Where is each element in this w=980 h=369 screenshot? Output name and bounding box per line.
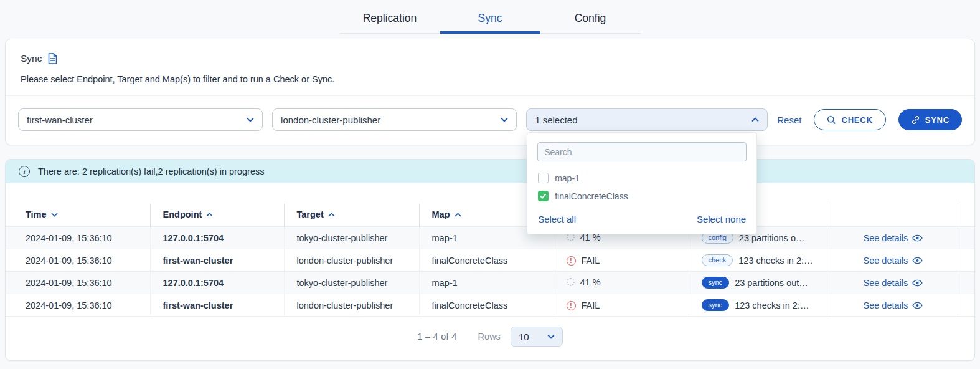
status-text: FAIL [582, 256, 600, 266]
sync-filter-card: Sync Please select Endpoint, Target and … [5, 39, 975, 145]
cell-event: check123 checks in 2:… [689, 249, 827, 272]
sort-asc-icon [328, 213, 335, 217]
cell-map: finalConcreteClass [419, 249, 554, 272]
pagination-range: 1 – 4 of 4 [417, 332, 456, 342]
cell-status: 41 % [554, 272, 689, 294]
pagination: 1 – 4 of 4 Rows 10 [6, 317, 974, 360]
event-type-badge: sync [702, 277, 730, 289]
sync-button[interactable]: SYNC [898, 109, 962, 130]
rows-per-page-select[interactable]: 10 [511, 327, 563, 347]
map-option-label: map-1 [555, 173, 580, 183]
endpoint-select[interactable]: first-wan-cluster [18, 108, 263, 131]
cell-target: london-cluster-publisher [284, 249, 419, 272]
cell-time: 2024-01-09, 15:36:10 [6, 249, 150, 272]
column-header-time[interactable]: Time [6, 204, 150, 227]
status-text: FAIL [582, 300, 600, 310]
see-details-link[interactable]: See details [840, 256, 923, 266]
eye-icon [912, 302, 923, 309]
chevron-down-icon [501, 117, 508, 122]
reset-link[interactable]: Reset [777, 115, 801, 125]
map-option-map-1[interactable]: map-1 [527, 169, 756, 187]
cell-time: 2024-01-09, 15:36:10 [6, 294, 150, 317]
chevron-down-icon [547, 334, 555, 339]
link-icon [911, 115, 920, 125]
map-select[interactable]: 1 selected map-1 finalConcreteClass Sele… [526, 108, 768, 131]
tab-replication[interactable]: Replication [340, 5, 440, 33]
replication-table: Time Endpoint Target Map [6, 204, 974, 317]
endpoint-select-value: first-wan-cluster [27, 115, 93, 125]
cell-endpoint: 127.0.0.1:5704 [150, 272, 284, 294]
document-icon[interactable] [48, 53, 57, 64]
cell-target: tokyo-cluster-publisher [284, 272, 419, 294]
tab-sync[interactable]: Sync [440, 5, 540, 33]
cell-map: map-1 [419, 272, 554, 294]
page-title: Sync [21, 53, 42, 64]
table-row: 2024-01-09, 15:36:10 127.0.0.1:5704 toky… [6, 227, 974, 249]
see-details-link[interactable]: See details [840, 300, 923, 310]
cell-spacer [958, 272, 974, 294]
column-header-spacer [958, 204, 974, 227]
chevron-up-icon [751, 117, 759, 122]
status-text: 41 % [580, 277, 601, 287]
column-header-details [827, 204, 958, 227]
event-type-badge: sync [702, 299, 730, 311]
eye-icon [912, 257, 923, 264]
select-none-link[interactable]: Select none [697, 214, 746, 224]
map-option-label: finalConcreteClass [555, 191, 628, 201]
table-row: 2024-01-09, 15:36:10 first-wan-cluster l… [6, 294, 974, 317]
map-select-value: 1 selected [535, 115, 577, 125]
error-icon: ! [567, 256, 576, 266]
checkbox-checked-icon[interactable] [538, 191, 549, 201]
cell-time: 2024-01-09, 15:36:10 [6, 272, 150, 294]
cell-spacer [958, 249, 974, 272]
status-banner: i There are: 2 replication(s) fail,2 rep… [6, 160, 974, 183]
cell-spacer [958, 227, 974, 249]
cell-map: finalConcreteClass [419, 294, 554, 317]
map-dropdown-panel: map-1 finalConcreteClass Select all Sele… [527, 132, 757, 234]
cell-details: See details [827, 249, 958, 272]
column-header-target[interactable]: Target [284, 204, 419, 227]
cell-endpoint: 127.0.0.1:5704 [150, 227, 284, 249]
cell-status: !FAIL [554, 249, 689, 272]
event-text: 123 checks in 2:… [735, 300, 809, 310]
cell-target: tokyo-cluster-publisher [284, 227, 419, 249]
filter-description: Please select Endpoint, Target and Map(s… [6, 64, 974, 95]
rows-per-page-value: 10 [519, 332, 529, 342]
tab-config[interactable]: Config [540, 5, 641, 33]
cell-details: See details [827, 272, 958, 294]
select-all-link[interactable]: Select all [538, 214, 576, 224]
target-select[interactable]: london-cluster-publisher [272, 108, 517, 131]
sort-desc-icon [51, 213, 58, 217]
tab-strip: Replication Sync Config [0, 0, 980, 34]
cell-endpoint: first-wan-cluster [150, 249, 284, 272]
banner-text: There are: 2 replication(s) fail,2 repli… [38, 166, 264, 176]
map-search-input[interactable] [537, 142, 747, 161]
see-details-link[interactable]: See details [840, 233, 923, 243]
chevron-down-icon [247, 117, 254, 122]
table-header-row: Time Endpoint Target Map [6, 204, 974, 227]
check-button[interactable]: CHECK [814, 109, 885, 130]
column-header-endpoint[interactable]: Endpoint [150, 204, 284, 227]
checkbox-unchecked-icon[interactable] [538, 173, 549, 183]
cell-event: sync23 partitions out… [689, 272, 827, 294]
cell-details: See details [827, 227, 958, 249]
cell-details: See details [827, 294, 958, 317]
info-icon: i [19, 166, 30, 177]
cell-spacer [958, 294, 974, 317]
check-button-label: CHECK [841, 115, 872, 125]
cell-status: !FAIL [554, 294, 689, 317]
see-details-link[interactable]: See details [840, 278, 923, 288]
table-row: 2024-01-09, 15:36:10 127.0.0.1:5704 toky… [6, 272, 974, 294]
progress-spinner-icon [567, 233, 575, 241]
sort-asc-icon [206, 213, 213, 217]
eye-icon [912, 279, 923, 287]
sort-asc-icon [455, 213, 461, 217]
eye-icon [912, 234, 923, 242]
map-option-finalconcreteclass[interactable]: finalConcreteClass [527, 187, 756, 205]
cell-endpoint: first-wan-cluster [150, 294, 284, 317]
progress-spinner-icon [567, 278, 575, 286]
event-text: 123 checks in 2:… [738, 256, 813, 266]
target-select-value: london-cluster-publisher [281, 115, 380, 125]
rows-label: Rows [478, 332, 501, 342]
event-text: 23 partitions out… [735, 278, 808, 288]
